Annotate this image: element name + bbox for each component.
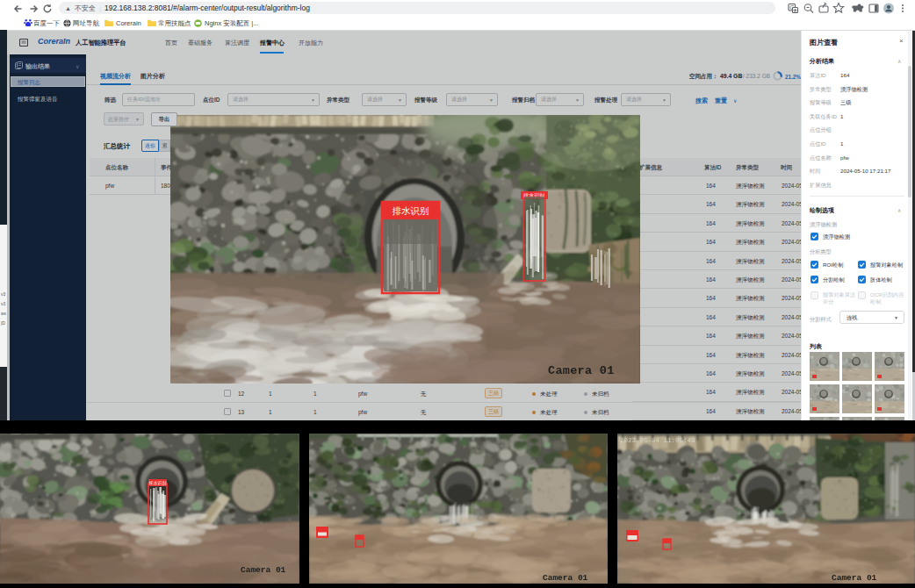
svg-text:Camera 01: Camera 01 xyxy=(241,565,286,575)
svg-text:Camera 01: Camera 01 xyxy=(548,364,615,377)
svg-text:Camera 01: Camera 01 xyxy=(832,573,877,583)
svg-text:Camera 01: Camera 01 xyxy=(543,573,588,583)
svg-text:排水识别: 排水识别 xyxy=(393,205,429,216)
svg-text:排水识别: 排水识别 xyxy=(148,480,167,486)
svg-text:2023-05-04 11:05:49: 2023-05-04 11:05:49 xyxy=(620,437,695,444)
